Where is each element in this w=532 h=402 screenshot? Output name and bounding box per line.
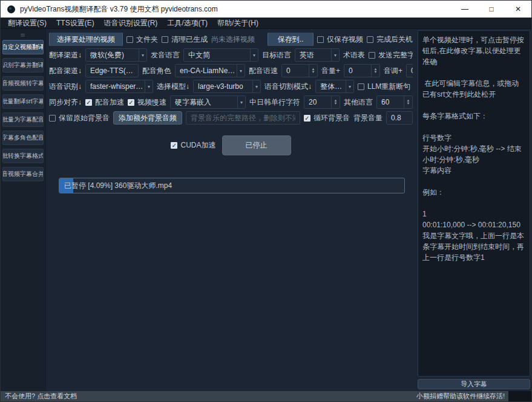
model-label[interactable]: 选择模型↓ (157, 82, 189, 92)
window-controls: — □ ✕ (452, 1, 531, 18)
sidebar-item-batch-dub-subtitle[interactable]: 批量为字幕配音 (2, 112, 44, 127)
menu-speech-recognition-settings[interactable]: 语音识别设置(R) (99, 18, 163, 28)
translate-channel-select[interactable]: 微软(免费) ▾ (85, 48, 147, 62)
sidebar-item-merge-av-subtitle[interactable]: 音视频字幕合并 (2, 167, 44, 181)
split-mode-label[interactable]: 语音切割模式↓ (264, 82, 312, 92)
checkbox-label: 完成后关机 (376, 34, 413, 45)
help-doc-link[interactable]: 不会使用? 点击查看文档 (5, 392, 77, 401)
checkbox-icon: ✓ (304, 115, 310, 122)
checkbox-label: 配音加速 (95, 97, 124, 108)
corner-grip (508, 391, 531, 401)
send-full-subtitle-checkbox[interactable]: 发送完整字幕 (369, 50, 413, 60)
clear-generated-checkbox[interactable]: 清理已生成 (162, 34, 208, 45)
checkbox-label: CUDA加速 (180, 140, 215, 151)
save-video-only-checkbox[interactable]: 仅保存视频 (317, 34, 363, 45)
cjk-line-chars-spinner[interactable]: 20 ▲▼ (304, 96, 340, 109)
menu-tools-options[interactable]: 工具/选项(T) (162, 18, 212, 28)
cuda-checkbox[interactable]: ✓ CUDA加速 (171, 140, 215, 151)
subtitle-editor[interactable]: 单个视频处理时，可点击暂停按钮后,在此修改字幕,以便处理更准确 在此可编辑字幕信… (418, 30, 530, 377)
row-alignment: 同步对齐↓ ✓ 配音加速 ✓ 视频慢速 硬字幕嵌入 ▾ 中日韩单行字符 20 ▲… (49, 96, 413, 109)
dub-speedup-checkbox[interactable]: ✓ 配音加速 (85, 97, 124, 108)
cjk-line-chars-label: 中日韩单行字符 (249, 97, 300, 108)
row-execute: ✓ CUDA加速 已停止 (49, 134, 413, 156)
pitch-label: 音调+ (384, 66, 402, 76)
menu-translate-settings[interactable]: 翻译设置(S) (3, 18, 51, 28)
select-video-button[interactable]: 选择要处理的视频 (49, 33, 123, 46)
split-mode-select[interactable]: 整体识别 ▾ (315, 80, 354, 93)
folder-checkbox[interactable]: 文件夹 (126, 34, 158, 45)
sidebar-item-recognize-and-translate[interactable]: 识别字幕并翻译 (2, 58, 44, 73)
glossary-link[interactable]: 术语表 (343, 50, 365, 60)
source-language-select[interactable]: 中文简 ▾ (183, 48, 258, 62)
bgm-volume-input[interactable] (386, 111, 413, 125)
recognition-engine-select[interactable]: faster-whisper(本地) ▾ (85, 80, 153, 93)
checkbox-icon (367, 36, 373, 43)
progress-bar[interactable]: 已暂停 [4.09%] 360驱动大师.mp4 (59, 178, 405, 193)
spin-down-icon[interactable]: ▼ (309, 71, 317, 74)
sync-align-label[interactable]: 同步对齐↓ (49, 97, 82, 108)
sidebar-item-multirole-dubbing[interactable]: 字幕多角色配音 (2, 131, 44, 145)
subtitle-embed-mode-select[interactable]: 硬字幕嵌入 ▾ (170, 96, 246, 109)
subtitle-panel: 单个视频处理时，可点击暂停按钮后,在此修改字幕,以便处理更准确 在此可编辑字幕信… (416, 29, 531, 391)
chevron-down-icon: ▾ (237, 96, 245, 108)
title-bar: pyVideoTrans视频翻译配音 v3.79 使用文档 pyvideotra… (1, 1, 531, 18)
video-slowdown-checkbox[interactable]: ✓ 视频慢速 (128, 97, 166, 108)
save-to-button[interactable]: 保存到.. (268, 33, 314, 46)
source-language-label: 发音语言 (151, 50, 180, 60)
dubbing-channel-select[interactable]: Edge-TTS(免费) (85, 64, 139, 77)
spin-down-icon[interactable]: ▼ (372, 71, 379, 74)
chevron-down-icon: ▾ (346, 80, 353, 92)
sidebar-item-av-to-subtitle[interactable]: 音频视频转字幕 (2, 76, 44, 91)
dubbing-channel-label[interactable]: 配音渠道↓ (49, 66, 82, 76)
chevron-down-icon: ▾ (252, 80, 260, 92)
chevron-down-icon: ▾ (331, 49, 339, 61)
checkbox-label: 文件夹 (136, 34, 158, 45)
add-extra-bgm-button[interactable]: 添加额外背景音频 (113, 111, 182, 125)
speech-recognition-label[interactable]: 语音识别↓ (49, 82, 82, 92)
other-language-spinner[interactable]: 60 ▲▼ (376, 96, 413, 109)
menu-tts-settings[interactable]: TTS设置(E) (51, 18, 99, 28)
chevron-down-icon: ▾ (250, 49, 258, 61)
bgm-volume-label: 背景音量 (353, 113, 383, 123)
menu-help-about[interactable]: 帮助/关于(H) (212, 18, 263, 28)
pitch-spinner[interactable]: 0 ▲▼ (406, 64, 413, 77)
close-button[interactable]: ✕ (505, 1, 531, 18)
donate-link[interactable]: 小额捐赠帮助该软件继续存活! (416, 392, 508, 401)
keep-original-bgm-checkbox[interactable]: 保留原始背景音 (49, 113, 110, 123)
app-icon (7, 5, 15, 13)
chevron-down-icon: ▾ (237, 65, 245, 77)
checkbox-icon (317, 36, 324, 43)
import-subtitle-button[interactable]: 导入字幕 (418, 379, 530, 389)
sidebar-item-convert-subtitle-format[interactable]: 批转换字幕格式 (2, 149, 44, 163)
model-select[interactable]: large-v3-turbo ▾ (193, 80, 261, 93)
sidebar-item-custom-video-translate[interactable]: 自定义视频翻译 (2, 40, 44, 54)
checkbox-icon (126, 36, 133, 43)
target-language-select[interactable]: 英语 ▾ (295, 48, 340, 62)
row-recognition: 语音识别↓ faster-whisper(本地) ▾ 选择模型↓ large-v… (49, 80, 413, 93)
checkbox-icon: ✓ (85, 99, 92, 106)
dubbing-rate-spinner[interactable]: 0 ▲▼ (281, 64, 318, 77)
minimize-button[interactable]: — (452, 1, 478, 18)
shutdown-after-checkbox[interactable]: 完成后关机 (367, 34, 413, 45)
progress-text: 已暂停 [4.09%] 360驱动大师.mp4 (59, 181, 172, 191)
dubbing-role-select[interactable]: en-CA-LiamNeural ▾ (175, 64, 245, 77)
chevron-down-icon: ▾ (145, 80, 153, 92)
llm-resegment-checkbox[interactable]: LLM重新断句 (358, 82, 410, 92)
app-window: pyVideoTrans视频翻译配音 v3.79 使用文档 pyvideotra… (0, 0, 532, 402)
loop-bgm-checkbox[interactable]: ✓ 循环背景音 (304, 113, 350, 123)
sidebar-drag-handle[interactable]: = (2, 31, 44, 40)
checkbox-icon (162, 36, 168, 43)
no-video-selected-text: 尚未选择视频 (211, 34, 255, 45)
checkbox-label: 发送完整字幕 (378, 50, 413, 60)
sidebar-item-batch-translate-srt[interactable]: 批量翻译srt字幕 (2, 94, 44, 109)
volume-spinner[interactable]: 0 ▲▼ (344, 64, 380, 77)
stop-button[interactable]: 已停止 (222, 135, 291, 155)
spin-down-icon[interactable]: ▼ (404, 102, 412, 105)
bgm-path-input[interactable] (186, 111, 300, 125)
maximize-button[interactable]: □ (478, 1, 505, 18)
checkbox-icon (49, 115, 56, 122)
volume-label: 音量+ (321, 66, 340, 76)
translate-channel-label[interactable]: 翻译渠道↓ (49, 50, 82, 60)
target-language-label: 目标语言 (262, 50, 291, 60)
spin-down-icon[interactable]: ▼ (332, 102, 340, 105)
